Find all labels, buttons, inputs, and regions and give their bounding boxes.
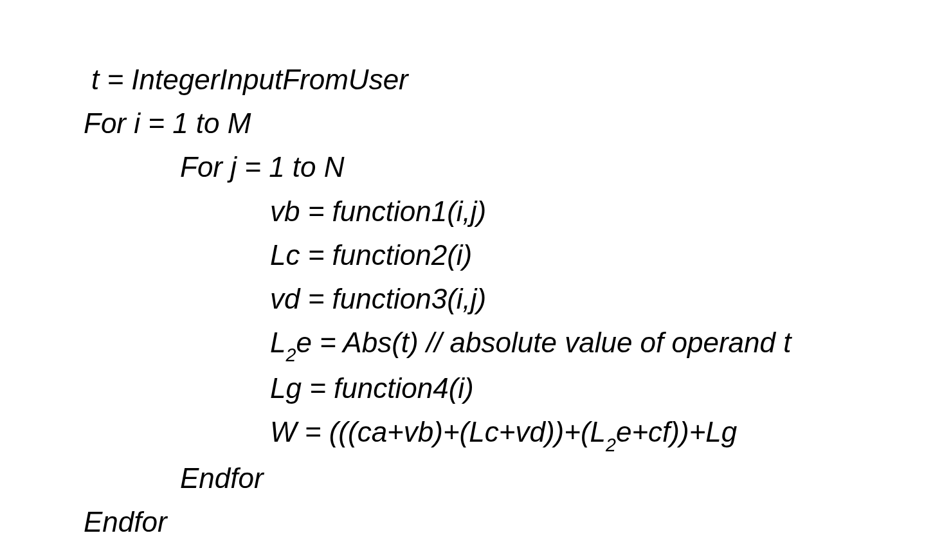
code-line: vb = function1(i,j) [84, 190, 791, 233]
subscript-text: 2 [285, 345, 296, 365]
code-line: Lg = function4(i) [84, 366, 791, 410]
code-line: For j = 1 to N [84, 145, 791, 189]
code-text: e+cf))+Lg [616, 416, 737, 447]
code-text: Lc = function2(i) [270, 239, 472, 271]
code-line: Endfor [84, 456, 791, 500]
code-line: L2e = Abs(t) // absolute value of operan… [84, 321, 791, 366]
code-text: t = IntegerInputFromUser [91, 64, 408, 95]
code-text: L [270, 327, 285, 358]
code-text: Lg = function4(i) [270, 372, 474, 404]
code-text: e = Abs(t) // absolute value of operand … [296, 327, 791, 358]
code-line: Lc = function2(i) [84, 233, 791, 277]
code-text: vd = function3(i,j) [270, 283, 486, 314]
code-text: W = (((ca+vb)+(Lc+vd))+(L [270, 416, 606, 447]
code-text: vb = function1(i,j) [270, 195, 486, 227]
subscript-text: 2 [606, 435, 616, 455]
code-line: W = (((ca+vb)+(Lc+vd))+(L2e+cf))+Lg [84, 410, 791, 456]
code-text: For j = 1 to N [180, 151, 345, 183]
code-line: For i = 1 to M [84, 102, 791, 145]
code-text: Endfor [84, 506, 167, 537]
code-line: t = IntegerInputFromUser [84, 58, 791, 102]
code-text: For i = 1 to M [84, 107, 251, 139]
pseudocode-block: t = IntegerInputFromUserFor i = 1 to MFo… [84, 58, 791, 544]
code-line: vd = function3(i,j) [84, 277, 791, 321]
code-line: Endfor [84, 500, 791, 544]
code-text: Endfor [180, 462, 264, 494]
